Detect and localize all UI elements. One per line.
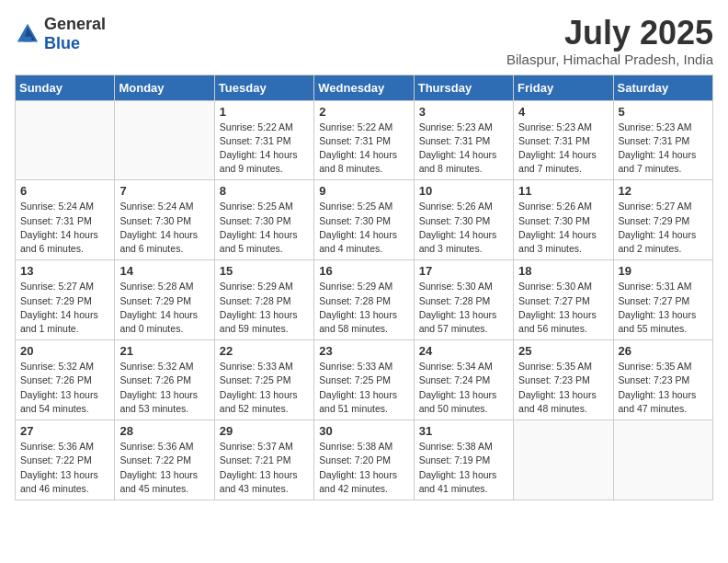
- calendar-cell: 5Sunrise: 5:23 AM Sunset: 7:31 PM Daylig…: [613, 100, 712, 180]
- calendar-cell: 12Sunrise: 5:27 AM Sunset: 7:29 PM Dayli…: [613, 180, 712, 260]
- day-number: 12: [619, 184, 708, 198]
- calendar-cell: 25Sunrise: 5:35 AM Sunset: 7:23 PM Dayli…: [514, 340, 613, 420]
- day-number: 15: [220, 264, 309, 278]
- day-info: Sunrise: 5:25 AM Sunset: 7:30 PM Dayligh…: [319, 200, 408, 256]
- logo-general: General: [44, 15, 106, 33]
- calendar-table: SundayMondayTuesdayWednesdayThursdayFrid…: [15, 75, 713, 500]
- calendar-cell: 10Sunrise: 5:26 AM Sunset: 7:30 PM Dayli…: [414, 180, 513, 260]
- day-number: 7: [119, 184, 209, 198]
- location-title: Bilaspur, Himachal Pradesh, India: [506, 52, 713, 67]
- calendar-cell: [16, 100, 115, 180]
- day-info: Sunrise: 5:26 AM Sunset: 7:30 PM Dayligh…: [518, 200, 608, 256]
- title-block: July 2025 Bilaspur, Himachal Pradesh, In…: [506, 15, 713, 67]
- calendar-week-row: 13Sunrise: 5:27 AM Sunset: 7:29 PM Dayli…: [16, 260, 713, 340]
- day-info: Sunrise: 5:31 AM Sunset: 7:27 PM Dayligh…: [619, 280, 708, 336]
- logo-blue: Blue: [44, 34, 80, 52]
- day-number: 25: [518, 344, 608, 358]
- day-number: 1: [220, 105, 309, 119]
- day-number: 20: [20, 344, 109, 358]
- day-info: Sunrise: 5:23 AM Sunset: 7:31 PM Dayligh…: [518, 121, 608, 177]
- weekday-header: Friday: [514, 75, 613, 100]
- day-info: Sunrise: 5:33 AM Sunset: 7:25 PM Dayligh…: [319, 360, 408, 416]
- svg-rect-2: [24, 37, 31, 42]
- calendar-cell: [514, 420, 613, 500]
- calendar-cell: 2Sunrise: 5:22 AM Sunset: 7:31 PM Daylig…: [314, 100, 414, 180]
- day-number: 9: [319, 184, 408, 198]
- day-number: 14: [119, 264, 209, 278]
- weekday-header: Monday: [115, 75, 214, 100]
- calendar-cell: [115, 100, 214, 180]
- day-number: 3: [419, 105, 508, 119]
- calendar-cell: 9Sunrise: 5:25 AM Sunset: 7:30 PM Daylig…: [314, 180, 414, 260]
- day-number: 11: [518, 184, 608, 198]
- day-info: Sunrise: 5:24 AM Sunset: 7:30 PM Dayligh…: [119, 200, 209, 256]
- day-number: 24: [419, 344, 508, 358]
- day-info: Sunrise: 5:29 AM Sunset: 7:28 PM Dayligh…: [319, 280, 408, 336]
- day-number: 17: [419, 264, 508, 278]
- calendar-cell: 17Sunrise: 5:30 AM Sunset: 7:28 PM Dayli…: [414, 260, 513, 340]
- day-info: Sunrise: 5:37 AM Sunset: 7:21 PM Dayligh…: [220, 440, 309, 496]
- day-info: Sunrise: 5:24 AM Sunset: 7:31 PM Dayligh…: [20, 200, 109, 256]
- day-info: Sunrise: 5:35 AM Sunset: 7:23 PM Dayligh…: [518, 360, 608, 416]
- day-info: Sunrise: 5:22 AM Sunset: 7:31 PM Dayligh…: [220, 121, 309, 177]
- calendar-cell: 4Sunrise: 5:23 AM Sunset: 7:31 PM Daylig…: [514, 100, 613, 180]
- day-info: Sunrise: 5:32 AM Sunset: 7:26 PM Dayligh…: [20, 360, 109, 416]
- calendar-cell: 23Sunrise: 5:33 AM Sunset: 7:25 PM Dayli…: [314, 340, 414, 420]
- day-info: Sunrise: 5:36 AM Sunset: 7:22 PM Dayligh…: [20, 440, 109, 496]
- calendar-cell: 26Sunrise: 5:35 AM Sunset: 7:23 PM Dayli…: [613, 340, 712, 420]
- calendar-cell: 6Sunrise: 5:24 AM Sunset: 7:31 PM Daylig…: [16, 180, 115, 260]
- calendar-cell: 18Sunrise: 5:30 AM Sunset: 7:27 PM Dayli…: [514, 260, 613, 340]
- weekday-header: Thursday: [414, 75, 513, 100]
- day-info: Sunrise: 5:22 AM Sunset: 7:31 PM Dayligh…: [319, 121, 408, 177]
- day-number: 16: [319, 264, 408, 278]
- calendar-cell: 14Sunrise: 5:28 AM Sunset: 7:29 PM Dayli…: [115, 260, 214, 340]
- calendar-cell: 31Sunrise: 5:38 AM Sunset: 7:19 PM Dayli…: [414, 420, 513, 500]
- calendar-cell: 7Sunrise: 5:24 AM Sunset: 7:30 PM Daylig…: [115, 180, 214, 260]
- day-info: Sunrise: 5:23 AM Sunset: 7:31 PM Dayligh…: [419, 121, 508, 177]
- calendar-cell: 19Sunrise: 5:31 AM Sunset: 7:27 PM Dayli…: [613, 260, 712, 340]
- day-info: Sunrise: 5:38 AM Sunset: 7:20 PM Dayligh…: [319, 440, 408, 496]
- day-number: 4: [518, 105, 608, 119]
- calendar-cell: 3Sunrise: 5:23 AM Sunset: 7:31 PM Daylig…: [414, 100, 513, 180]
- day-number: 22: [220, 344, 309, 358]
- day-number: 28: [119, 424, 209, 438]
- day-number: 10: [419, 184, 508, 198]
- calendar-cell: 30Sunrise: 5:38 AM Sunset: 7:20 PM Dayli…: [314, 420, 414, 500]
- calendar-cell: [613, 420, 712, 500]
- calendar-cell: 22Sunrise: 5:33 AM Sunset: 7:25 PM Dayli…: [214, 340, 313, 420]
- calendar-cell: 20Sunrise: 5:32 AM Sunset: 7:26 PM Dayli…: [16, 340, 115, 420]
- day-number: 27: [20, 424, 109, 438]
- logo: General Blue: [15, 15, 106, 53]
- calendar-cell: 16Sunrise: 5:29 AM Sunset: 7:28 PM Dayli…: [314, 260, 414, 340]
- calendar-header-row: SundayMondayTuesdayWednesdayThursdayFrid…: [16, 75, 713, 100]
- day-info: Sunrise: 5:36 AM Sunset: 7:22 PM Dayligh…: [119, 440, 209, 496]
- calendar-cell: 29Sunrise: 5:37 AM Sunset: 7:21 PM Dayli…: [214, 420, 313, 500]
- day-info: Sunrise: 5:32 AM Sunset: 7:26 PM Dayligh…: [119, 360, 209, 416]
- day-number: 29: [220, 424, 309, 438]
- day-number: 18: [518, 264, 608, 278]
- day-info: Sunrise: 5:30 AM Sunset: 7:28 PM Dayligh…: [419, 280, 508, 336]
- logo-icon: [15, 21, 40, 47]
- day-info: Sunrise: 5:30 AM Sunset: 7:27 PM Dayligh…: [518, 280, 608, 336]
- calendar-cell: 24Sunrise: 5:34 AM Sunset: 7:24 PM Dayli…: [414, 340, 513, 420]
- day-number: 31: [419, 424, 508, 438]
- day-info: Sunrise: 5:38 AM Sunset: 7:19 PM Dayligh…: [419, 440, 508, 496]
- day-number: 26: [619, 344, 708, 358]
- day-info: Sunrise: 5:23 AM Sunset: 7:31 PM Dayligh…: [619, 121, 708, 177]
- weekday-header: Sunday: [16, 75, 115, 100]
- calendar-cell: 8Sunrise: 5:25 AM Sunset: 7:30 PM Daylig…: [214, 180, 313, 260]
- weekday-header: Saturday: [613, 75, 712, 100]
- day-info: Sunrise: 5:29 AM Sunset: 7:28 PM Dayligh…: [220, 280, 309, 336]
- day-info: Sunrise: 5:33 AM Sunset: 7:25 PM Dayligh…: [220, 360, 309, 416]
- day-number: 13: [20, 264, 109, 278]
- day-number: 6: [20, 184, 109, 198]
- day-number: 8: [220, 184, 309, 198]
- day-info: Sunrise: 5:27 AM Sunset: 7:29 PM Dayligh…: [619, 200, 708, 256]
- calendar-cell: 15Sunrise: 5:29 AM Sunset: 7:28 PM Dayli…: [214, 260, 313, 340]
- calendar-cell: 21Sunrise: 5:32 AM Sunset: 7:26 PM Dayli…: [115, 340, 214, 420]
- day-info: Sunrise: 5:35 AM Sunset: 7:23 PM Dayligh…: [619, 360, 708, 416]
- day-number: 30: [319, 424, 408, 438]
- day-number: 23: [319, 344, 408, 358]
- weekday-header: Wednesday: [314, 75, 414, 100]
- calendar-cell: 11Sunrise: 5:26 AM Sunset: 7:30 PM Dayli…: [514, 180, 613, 260]
